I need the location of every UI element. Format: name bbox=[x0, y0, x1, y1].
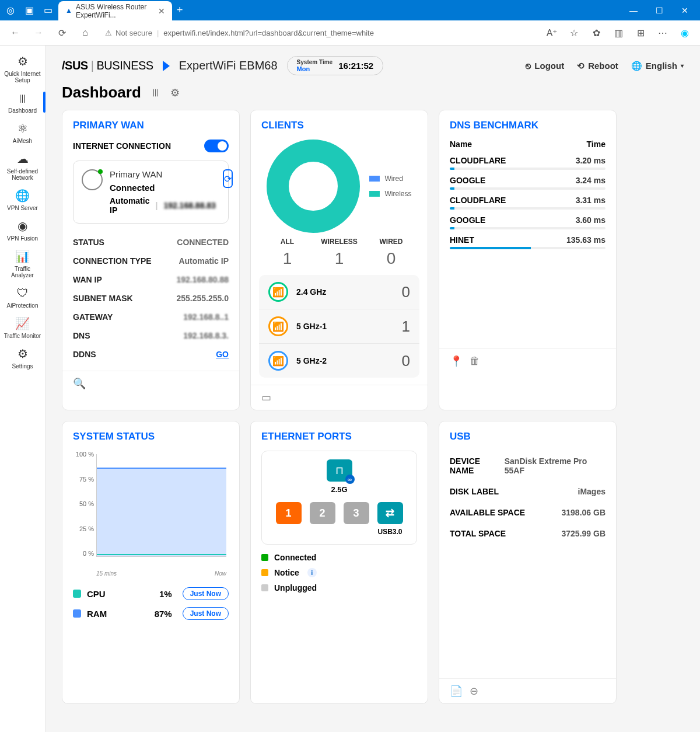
dns-footer: 📍🗑 bbox=[439, 348, 616, 374]
clients-footer: ▭ bbox=[251, 385, 428, 410]
ddns-go-link[interactable]: GO bbox=[216, 350, 229, 359]
port-2[interactable]: 2 bbox=[310, 502, 335, 524]
collections-icon[interactable]: ▥ bbox=[610, 25, 626, 41]
ram-series bbox=[97, 468, 226, 556]
logout-button[interactable]: ⎋Logout bbox=[526, 61, 564, 71]
app-topbar: /SUS | BUSINESS ExpertWiFi EBM68 System … bbox=[62, 53, 684, 83]
sidebar-item-traffic-monitor[interactable]: 📈Traffic Monitor bbox=[2, 312, 43, 343]
band-row-24ghz[interactable]: 📶2.4 GHz0 bbox=[259, 275, 419, 309]
chart-icon[interactable]: ⫼ bbox=[150, 86, 161, 99]
sidebar-item-vpn-fusion[interactable]: ◉VPN Fusion bbox=[2, 215, 43, 245]
device-icon[interactable]: ▭ bbox=[261, 391, 271, 404]
sidebar-item-traffic-analyzer[interactable]: 📊Traffic Analyzer bbox=[2, 245, 43, 282]
browser-tab[interactable]: ▲ ASUS Wireless Router ExpertWiFi... ✕ bbox=[58, 1, 172, 20]
wan-search-icon[interactable]: 🔍 bbox=[73, 377, 86, 390]
extension-icon[interactable]: ✿ bbox=[588, 25, 604, 41]
tab-close-icon[interactable]: ✕ bbox=[158, 6, 165, 16]
internet-connection-label: INTERNET CONNECTION bbox=[73, 141, 171, 151]
internet-toggle[interactable] bbox=[204, 140, 229, 152]
sidebar-item-aiprotection[interactable]: 🛡AiProtection bbox=[2, 282, 43, 312]
tab-title: ASUS Wireless Router ExpertWiFi... bbox=[76, 3, 155, 19]
vpn-server-icon: 🌐 bbox=[15, 188, 30, 203]
vpn-fusion-icon: ◉ bbox=[15, 218, 30, 233]
gear-icon[interactable]: ⚙ bbox=[170, 86, 180, 99]
language-dropdown[interactable]: 🌐English▾ bbox=[631, 61, 684, 71]
ram-swatch bbox=[73, 609, 81, 618]
internet-connection-row: INTERNET CONNECTION bbox=[73, 140, 229, 152]
main-content: /SUS | BUSINESS ExpertWiFi EBM68 System … bbox=[46, 46, 700, 732]
copilot-icon[interactable]: ◉ bbox=[677, 25, 693, 41]
wan-refresh-button[interactable]: ⟳ bbox=[223, 169, 233, 188]
screenshot-icon[interactable]: ⊞ bbox=[632, 25, 649, 41]
cpu-stat-row: CPU1%Just Now bbox=[73, 584, 229, 604]
port-1[interactable]: 1 bbox=[276, 502, 302, 524]
wan-info-row: DNS192.168.8.3. bbox=[73, 326, 229, 345]
brand-logo: /SUS | BUSINESS bbox=[62, 59, 153, 72]
dns-col-name: Name bbox=[450, 140, 472, 149]
minimize-button[interactable]: — bbox=[623, 2, 644, 19]
usb-footer: 📄⊖ bbox=[439, 678, 616, 703]
wired-value: 0 bbox=[365, 249, 417, 268]
app-icon-3[interactable]: ▭ bbox=[42, 5, 54, 16]
security-indicator[interactable]: ⚠ Not secure bbox=[105, 29, 152, 37]
read-aloud-icon[interactable]: A⁺ bbox=[544, 25, 560, 41]
legend-wired-swatch bbox=[369, 176, 380, 182]
home-button[interactable]: ⌂ bbox=[77, 25, 93, 41]
dns-col-time: Time bbox=[587, 140, 606, 149]
app-icon-1[interactable]: ◎ bbox=[5, 5, 16, 16]
maximize-button[interactable]: ☐ bbox=[649, 2, 670, 19]
clients-title: CLIENTS bbox=[261, 120, 417, 131]
menu-button[interactable]: ⋯ bbox=[654, 25, 671, 41]
cpu-justnow-button[interactable]: Just Now bbox=[183, 587, 229, 600]
url-input[interactable]: ⚠ Not secure | expertwifi.net/index.html… bbox=[100, 29, 537, 37]
new-tab-button[interactable]: + bbox=[177, 4, 183, 16]
band-row-5ghz2[interactable]: 📶5 GHz-20 bbox=[259, 344, 419, 378]
card-usb: USB DEVICE NAMESanDisk Extreme Pro 55AFD… bbox=[439, 421, 617, 704]
notice-info-icon[interactable]: i bbox=[307, 568, 317, 577]
band-row-5ghz1[interactable]: 📶5 GHz-11 bbox=[259, 309, 419, 344]
sidebar-item-quick-setup[interactable]: ⚙Quick Internet Setup bbox=[2, 50, 43, 87]
app-icon-2[interactable]: ▣ bbox=[23, 5, 35, 16]
location-icon[interactable]: 📍 bbox=[450, 355, 463, 368]
sidebar-item-dashboard[interactable]: ⫼Dashboard bbox=[2, 87, 43, 117]
port-usb[interactable]: ⇄ bbox=[377, 502, 403, 524]
card-primary-wan: PRIMARY WAN INTERNET CONNECTION Primary … bbox=[62, 110, 240, 410]
wan-box-ip: 192.168.88.83 bbox=[163, 201, 216, 210]
wireless-value: 1 bbox=[313, 249, 365, 268]
ddns-label: DDNS bbox=[73, 350, 96, 359]
top-actions: ⎋Logout ⟲Reboot 🌐English▾ bbox=[526, 61, 684, 71]
eject-icon[interactable]: 📄 bbox=[450, 685, 463, 698]
close-button[interactable]: ✕ bbox=[674, 2, 695, 19]
band-list: 📶2.4 GHz0 📶5 GHz-11 📶5 GHz-20 bbox=[259, 275, 419, 378]
port-25g[interactable]: ⊓∞ bbox=[327, 459, 352, 482]
systime-time: 16:21:52 bbox=[338, 61, 373, 71]
port-3[interactable]: 3 bbox=[344, 502, 369, 524]
favorite-icon[interactable]: ☆ bbox=[566, 25, 582, 41]
ram-stat-row: RAM87%Just Now bbox=[73, 604, 229, 623]
warning-icon: ⚠ bbox=[105, 29, 112, 37]
sidebar-item-aimesh[interactable]: ⚛AiMesh bbox=[2, 117, 43, 148]
sidebar-item-settings[interactable]: ⚙Settings bbox=[2, 343, 43, 373]
dns-row: GOOGLE3.60 ms bbox=[450, 215, 606, 229]
usb-info-row: DISK LABELiMages bbox=[450, 481, 606, 502]
settings-icon: ⚙ bbox=[15, 346, 30, 361]
router-name: ExpertWiFi EBM68 bbox=[179, 59, 278, 72]
usb-info-row: TOTAL SPACE3725.99 GB bbox=[450, 523, 606, 544]
delete-icon[interactable]: 🗑 bbox=[470, 355, 480, 368]
wired-label: WIRED bbox=[365, 238, 417, 246]
sidebar-item-sdn[interactable]: ☁Self-defined Network bbox=[2, 148, 43, 184]
back-button[interactable]: ← bbox=[7, 25, 23, 41]
ram-justnow-button[interactable]: Just Now bbox=[183, 607, 229, 620]
remove-icon[interactable]: ⊖ bbox=[470, 685, 478, 698]
reboot-icon: ⟲ bbox=[577, 61, 584, 71]
cpu-series bbox=[97, 554, 226, 556]
wan-footer: 🔍 bbox=[62, 371, 239, 396]
legend-wireless-swatch bbox=[369, 191, 380, 197]
refresh-button[interactable]: ⟳ bbox=[54, 25, 70, 41]
sidebar-item-vpn-server[interactable]: 🌐VPN Server bbox=[2, 184, 43, 215]
wan-box-name: Primary WAN bbox=[110, 169, 216, 179]
page-title-bar: Dashboard ⫼ ⚙ bbox=[62, 83, 684, 102]
wan-globe-icon bbox=[82, 169, 103, 190]
titlebar-left-icons: ◎ ▣ ▭ bbox=[5, 5, 54, 16]
reboot-button[interactable]: ⟲Reboot bbox=[577, 61, 618, 71]
